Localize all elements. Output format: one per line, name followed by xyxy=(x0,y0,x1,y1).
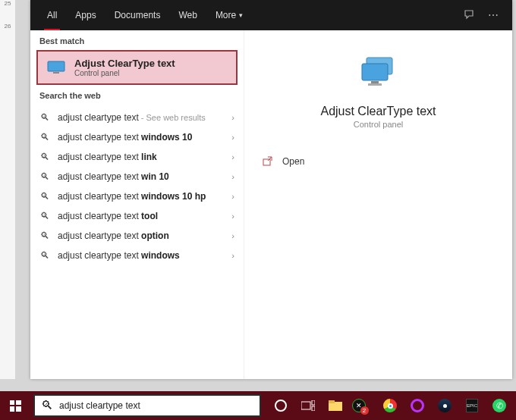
search-header: All Apps Documents Web More ▾ ⋯ xyxy=(30,0,512,30)
web-result[interactable]: 🔍︎adjust cleartype text windows› xyxy=(30,246,244,265)
best-match-sub: Control panel xyxy=(74,69,175,77)
task-view-icon[interactable] xyxy=(296,393,320,418)
web-result[interactable]: 🔍︎adjust cleartype text - See web result… xyxy=(30,108,244,127)
preview-sub: Control panel xyxy=(354,120,403,129)
xbox-icon[interactable]: ✕2 xyxy=(351,393,375,418)
tab-more-label: More xyxy=(216,10,236,20)
web-results: 🔍︎adjust cleartype text - See web result… xyxy=(30,105,244,265)
web-result[interactable]: 🔍︎adjust cleartype text windows 10› xyxy=(30,127,244,147)
search-icon: 🔍︎ xyxy=(39,152,50,162)
svg-rect-7 xyxy=(10,400,14,405)
open-label: Open xyxy=(282,156,304,167)
steam-icon[interactable] xyxy=(433,393,457,418)
web-result[interactable]: 🔍︎adjust cleartype text windows 10 hp› xyxy=(30,186,244,206)
svg-rect-1 xyxy=(53,72,59,74)
tab-web[interactable]: Web xyxy=(169,0,206,30)
ruler-tick: 26 xyxy=(0,23,15,30)
svg-rect-0 xyxy=(48,61,64,71)
chevron-right-icon[interactable]: › xyxy=(231,231,234,240)
taskbar-search[interactable]: 🔍︎ xyxy=(33,394,261,417)
svg-rect-11 xyxy=(301,402,310,409)
feedback-icon[interactable] xyxy=(458,9,482,21)
chrome-icon[interactable] xyxy=(378,393,402,418)
svg-rect-8 xyxy=(16,400,21,405)
more-options-icon[interactable]: ⋯ xyxy=(482,9,505,21)
best-match-title: Adjust ClearType text xyxy=(74,58,175,69)
search-icon: 🔍︎ xyxy=(39,230,50,241)
svg-rect-4 xyxy=(371,81,379,83)
search-web-label: Search the web xyxy=(30,85,244,105)
open-action[interactable]: Open xyxy=(260,152,497,171)
search-popup: All Apps Documents Web More ▾ ⋯ Best mat… xyxy=(30,0,512,379)
chevron-down-icon: ▾ xyxy=(239,11,243,19)
preview-title: Adjust ClearType text xyxy=(320,105,436,118)
search-icon: 🔍︎ xyxy=(39,191,50,202)
svg-rect-13 xyxy=(312,406,315,411)
ruler: 25 26 xyxy=(0,0,15,379)
svg-rect-10 xyxy=(16,406,21,412)
web-result[interactable]: 🔍︎adjust cleartype text link› xyxy=(30,147,244,167)
results-pane: Best match Adjust ClearType text Control… xyxy=(30,30,244,379)
tab-more[interactable]: More ▾ xyxy=(206,0,252,30)
chevron-right-icon[interactable]: › xyxy=(231,212,234,221)
tab-apps[interactable]: Apps xyxy=(66,0,105,30)
cortana-icon[interactable] xyxy=(269,393,293,418)
chevron-right-icon[interactable]: › xyxy=(231,192,234,201)
svg-rect-3 xyxy=(362,64,388,80)
monitor-icon xyxy=(356,53,401,91)
whatsapp-icon[interactable]: ✆ xyxy=(487,393,511,418)
search-icon: 🔍︎ xyxy=(39,132,50,143)
search-icon: 🔍︎ xyxy=(41,399,53,412)
ruler-tick: 25 xyxy=(0,0,15,7)
search-icon: 🔍︎ xyxy=(39,211,50,221)
chevron-right-icon[interactable]: › xyxy=(231,251,234,260)
search-icon: 🔍︎ xyxy=(39,171,50,182)
svg-rect-15 xyxy=(329,400,335,403)
opera-icon[interactable] xyxy=(405,393,429,418)
preview-pane: Adjust ClearType text Control panel Open xyxy=(244,30,512,379)
start-button[interactable] xyxy=(0,391,30,420)
web-result[interactable]: 🔍︎adjust cleartype text win 10› xyxy=(30,167,244,186)
svg-rect-12 xyxy=(312,400,315,405)
search-icon: 🔍︎ xyxy=(39,112,50,123)
chevron-right-icon[interactable]: › xyxy=(231,172,234,181)
tab-documents[interactable]: Documents xyxy=(105,0,170,30)
tab-all[interactable]: All xyxy=(38,0,66,30)
best-match-item[interactable]: Adjust ClearType text Control panel xyxy=(36,50,238,85)
svg-rect-6 xyxy=(263,159,270,165)
web-result[interactable]: 🔍︎adjust cleartype text option› xyxy=(30,226,244,246)
epic-games-icon[interactable]: EPIC xyxy=(460,393,484,418)
taskbar: 🔍︎ ✕2 EPIC ✆ xyxy=(0,391,516,420)
chevron-right-icon[interactable]: › xyxy=(231,152,234,161)
monitor-icon xyxy=(46,59,67,76)
open-icon xyxy=(263,156,273,167)
best-match-label: Best match xyxy=(30,30,244,50)
search-input[interactable] xyxy=(59,400,253,411)
file-explorer-icon[interactable] xyxy=(323,393,348,418)
web-result[interactable]: 🔍︎adjust cleartype text tool› xyxy=(30,206,244,226)
svg-rect-5 xyxy=(368,83,382,86)
chevron-right-icon[interactable]: › xyxy=(231,113,234,122)
search-icon: 🔍︎ xyxy=(39,250,50,261)
chevron-right-icon[interactable]: › xyxy=(231,133,234,142)
svg-rect-9 xyxy=(10,406,14,412)
